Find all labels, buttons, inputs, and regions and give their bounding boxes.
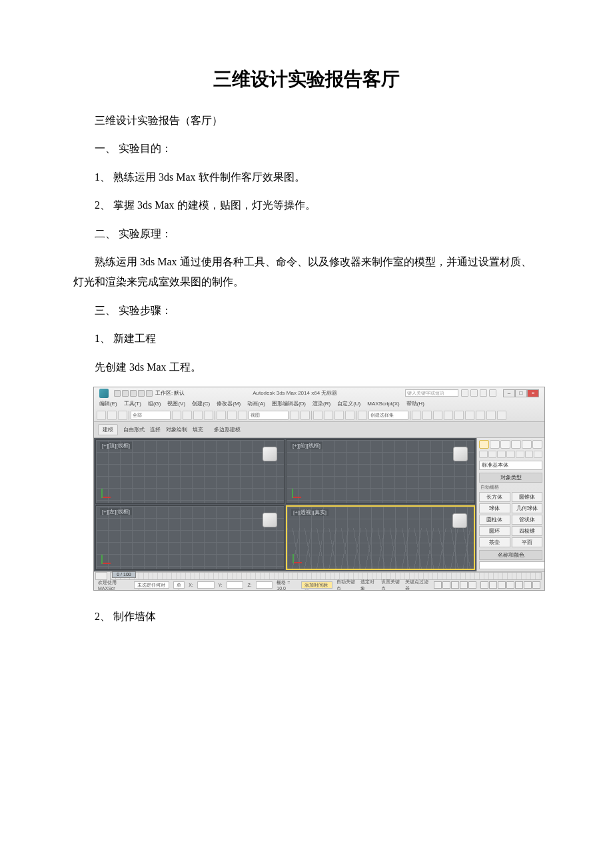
shapes-icon[interactable] [488,451,497,458]
motion-tab-icon[interactable] [511,440,521,449]
object-type-button[interactable]: 长方体 [479,492,510,502]
fov-icon[interactable] [506,581,514,589]
tool-pivot-icon[interactable] [290,411,299,420]
favorite-icon[interactable] [480,389,487,397]
ribbon-tab[interactable]: 自由形式 [123,426,145,433]
goto-end-icon[interactable] [468,581,476,589]
systems-icon[interactable] [534,451,542,458]
menu-item[interactable]: 自定义(U) [337,400,360,407]
menu-item[interactable]: 修改器(M) [217,400,241,407]
tool-scale-icon[interactable] [238,411,247,420]
setkey-button[interactable]: 设置关键点 [381,579,402,591]
tool-select-name-icon[interactable] [183,411,192,420]
minimize-button[interactable]: – [503,389,515,397]
qat-new-icon[interactable] [114,390,121,397]
menu-item[interactable]: MAXScript(X) [367,401,399,407]
viewport-label[interactable]: [+][顶][线框] [100,442,132,449]
autogrid-checkbox[interactable]: 自动栅格 [479,484,542,492]
coord-z-input[interactable] [256,581,273,589]
maximize-button[interactable]: □ [515,389,527,397]
qat-redo-icon[interactable] [146,390,153,397]
object-type-button[interactable]: 圆锥体 [512,492,543,502]
object-type-button[interactable]: 几何球体 [512,503,543,513]
tool-curve-editor-icon[interactable] [444,411,453,420]
tool-percent-snap-icon[interactable] [334,411,344,420]
menu-item[interactable]: 组(G) [148,400,161,407]
geometry-icon[interactable] [479,451,488,458]
menu-item[interactable]: 视图(V) [167,400,185,407]
tool-named-sel-icon[interactable] [358,411,367,420]
zoom-all-icon[interactable] [489,581,497,589]
create-tab-icon[interactable] [479,440,489,449]
time-slider[interactable]: 0 / 100 [110,572,542,580]
menu-item[interactable]: 编辑(E) [99,400,117,407]
category-dropdown[interactable]: 标准基本体 [479,461,542,470]
object-type-button[interactable]: 平面 [512,537,543,547]
autokey-button[interactable]: 自动关键点 [336,579,357,591]
tool-mirror-icon[interactable] [412,411,421,420]
object-type-button[interactable]: 四棱锥 [512,526,543,536]
zoom-icon[interactable] [480,581,488,589]
viewcube-icon[interactable] [452,513,467,528]
close-button[interactable]: × [527,389,539,397]
object-type-button[interactable]: 茶壶 [479,537,510,547]
keyfilter-button[interactable]: 关键点过滤器 [405,579,430,591]
next-frame-icon[interactable] [460,581,468,589]
rollout-header[interactable]: 名称和颜色 [479,550,542,560]
tool-angle-snap-icon[interactable] [324,411,333,420]
lights-icon[interactable] [497,451,506,458]
coord-x-input[interactable] [197,581,215,589]
tool-window-cross-icon[interactable] [204,411,213,420]
search-input[interactable]: 键入关键字或短语 [405,389,458,397]
viewport-label[interactable]: [+][左][线框] [100,508,132,515]
menu-item[interactable]: 帮助(H) [406,400,424,407]
utilities-tab-icon[interactable] [532,440,542,449]
tool-render-icon[interactable] [497,411,506,420]
maximize-viewport-icon[interactable] [532,581,540,589]
ribbon-tab[interactable]: 对象绘制 [166,426,187,433]
ribbon-tab[interactable]: 选择 [150,426,161,433]
rollout-header[interactable]: 对象类型 [479,473,542,483]
help-icon[interactable] [489,389,496,397]
tool-link-icon[interactable] [107,411,117,420]
tool-layer-icon[interactable] [433,411,442,420]
viewport-front[interactable]: [+][前][线框] [286,439,475,504]
time-tag-button[interactable]: 添加时间标记 [301,581,332,589]
tool-spinner-snap-icon[interactable] [345,411,354,420]
orbit-icon[interactable] [524,581,532,589]
viewport-perspective[interactable]: [+][透视][真实] [286,505,475,570]
tool-align-icon[interactable] [422,411,432,420]
tool-render-setup-icon[interactable] [476,411,485,420]
workspace-label[interactable]: 工作区: 默认 [155,389,185,397]
tool-material-icon[interactable] [465,411,474,420]
maxscript-mini-listener[interactable]: 欢迎使用 MAXScr [98,579,130,591]
ribbon-tab[interactable]: 建模 [98,424,118,435]
tool-snap-icon[interactable] [313,411,322,420]
menu-item[interactable]: 工具(T) [124,400,141,407]
refcoord-dropdown[interactable]: 视图 [249,411,289,420]
tool-schematic-icon[interactable] [454,411,464,420]
tool-select-icon[interactable] [97,411,106,420]
tool-select-obj-icon[interactable] [172,411,181,420]
cameras-icon[interactable] [506,451,515,458]
goto-start-icon[interactable] [434,581,442,589]
hierarchy-tab-icon[interactable] [500,440,510,449]
signin-icon[interactable] [461,389,468,397]
tool-move-icon[interactable] [217,411,226,420]
viewport-top[interactable]: [+][顶][线框] [95,439,285,504]
menu-item[interactable]: 渲染(R) [312,400,330,407]
object-type-button[interactable]: 圆柱体 [479,515,510,525]
time-slider-handle[interactable]: 0 / 100 [112,571,136,578]
viewcube-icon[interactable] [453,447,468,461]
pan-icon[interactable] [515,581,523,589]
display-tab-icon[interactable] [522,440,532,449]
menu-item[interactable]: 图形编辑器(D) [272,400,306,407]
object-name-input[interactable] [479,561,545,569]
named-selection-dropdown[interactable]: 创建选择集 [368,411,408,420]
qat-save-icon[interactable] [130,390,137,397]
qat-open-icon[interactable] [122,390,129,397]
viewport-left[interactable]: [+][左][线框] [95,505,285,570]
tool-unlink-icon[interactable] [118,411,127,420]
zoom-extents-icon[interactable] [498,581,506,589]
qat-undo-icon[interactable] [138,390,145,397]
